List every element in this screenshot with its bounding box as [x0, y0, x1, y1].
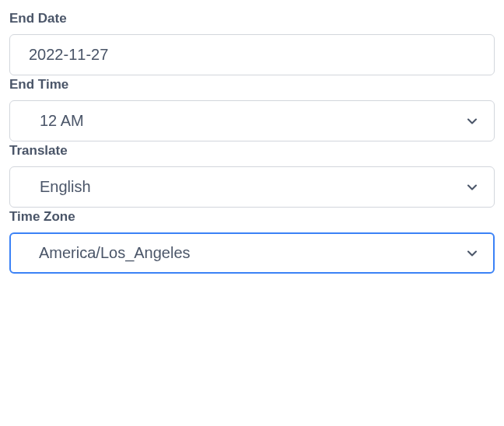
translate-value: English — [40, 178, 91, 196]
end-time-value: 12 AM — [40, 112, 84, 130]
end-time-field: End Time 12 AM — [9, 77, 495, 141]
end-date-value: 2022-11-27 — [29, 46, 108, 64]
chevron-down-icon — [464, 113, 480, 129]
end-date-label: End Date — [9, 11, 495, 26]
end-time-label: End Time — [9, 77, 495, 93]
time-zone-value: America/Los_Angeles — [39, 244, 191, 262]
end-date-input[interactable]: 2022-11-27 — [9, 34, 495, 75]
chevron-down-icon — [464, 180, 480, 195]
chevron-down-icon — [464, 246, 480, 261]
end-date-field: End Date 2022-11-27 — [9, 11, 495, 75]
time-zone-label: Time Zone — [9, 209, 495, 225]
time-zone-field: Time Zone America/Los_Angeles — [9, 209, 495, 274]
end-time-select[interactable]: 12 AM — [9, 100, 495, 141]
translate-field: Translate English — [9, 143, 495, 208]
time-zone-select[interactable]: America/Los_Angeles — [9, 232, 495, 274]
translate-select[interactable]: English — [9, 166, 495, 208]
translate-label: Translate — [9, 143, 495, 159]
